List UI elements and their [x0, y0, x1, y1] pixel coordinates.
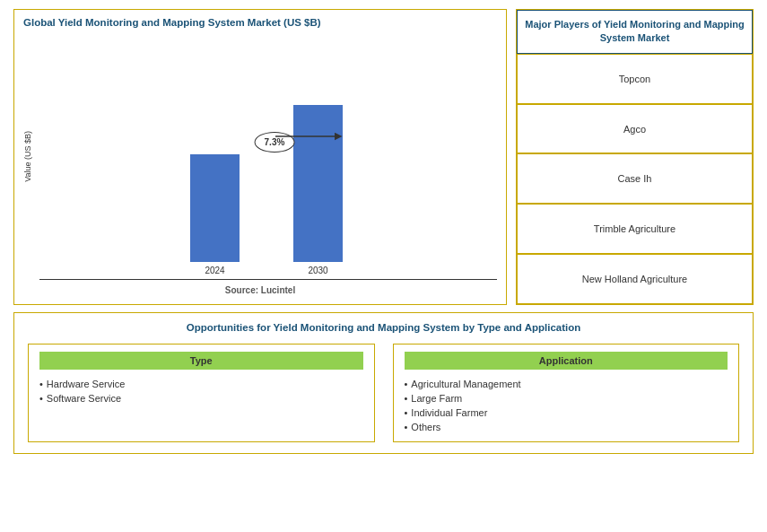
type-header: Type — [39, 352, 363, 370]
chart-body: Value (US $B) 7.3% — [23, 33, 497, 280]
type-items: Hardware Service Software Service — [39, 377, 363, 406]
player-topcon: Topcon — [517, 54, 753, 104]
bottom-title: Opportunities for Yield Monitoring and M… — [28, 322, 739, 333]
bars-container: 7.3% 2 — [36, 105, 497, 279]
application-header: Application — [405, 352, 728, 370]
type-item-hardware: Hardware Service — [39, 377, 363, 391]
bottom-section: Opportunities for Yield Monitoring and M… — [13, 312, 754, 454]
x-axis-line — [39, 279, 497, 280]
chart-inner: 7.3% 2 — [36, 105, 497, 280]
chart-title: Global Yield Monitoring and Mapping Syst… — [23, 17, 497, 28]
app-item-individual-farmer: Individual Farmer — [405, 406, 728, 420]
app-item-large-farm: Large Farm — [405, 391, 728, 406]
bar-label-2024: 2024 — [205, 266, 224, 275]
bar-2024 — [190, 154, 240, 262]
application-column: Application Agricultural Management Larg… — [393, 344, 740, 442]
player-case-ih: Case Ih — [517, 153, 753, 204]
application-items: Agricultural Management Large Farm Indiv… — [405, 377, 728, 434]
major-players-header: Major Players of Yield Monitoring and Ma… — [517, 10, 753, 54]
type-column: Type Hardware Service Software Service — [28, 344, 375, 442]
type-item-software: Software Service — [39, 391, 363, 406]
bottom-columns: Type Hardware Service Software Service A… — [28, 344, 739, 442]
player-agco: Agco — [517, 104, 753, 154]
app-item-agri-mgmt: Agricultural Management — [405, 377, 728, 391]
player-trimble: Trimble Agriculture — [517, 204, 753, 254]
bar-label-2030: 2030 — [308, 266, 327, 275]
bar-group-2024: 2024 — [190, 154, 240, 275]
top-section: Global Yield Monitoring and Mapping Syst… — [13, 9, 754, 305]
page-wrapper: Global Yield Monitoring and Mapping Syst… — [0, 0, 767, 532]
arrow-svg — [275, 123, 347, 150]
chart-area: Global Yield Monitoring and Mapping Syst… — [13, 9, 507, 305]
major-players-panel: Major Players of Yield Monitoring and Ma… — [516, 9, 754, 305]
chart-source: Source: Lucintel — [23, 285, 497, 295]
y-axis-label: Value (US $B) — [23, 131, 32, 182]
app-item-others: Others — [405, 420, 728, 434]
player-new-holland: New Holland Agriculture — [517, 254, 753, 304]
